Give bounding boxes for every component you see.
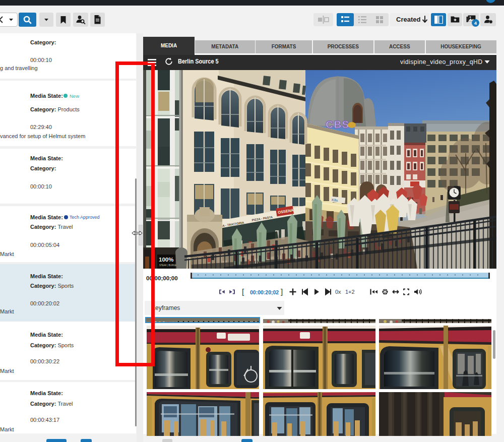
svg-text:STEAK | BURGER: STEAK | BURGER: [159, 264, 178, 267]
svg-text:0x: 0x: [335, 289, 341, 295]
svg-text:]: ]: [281, 287, 283, 296]
svg-text:100%: 100%: [159, 257, 173, 263]
svg-text:CBS: CBS: [326, 118, 349, 130]
svg-text:[: [: [242, 287, 244, 296]
svg-text:00:00:20;02: 00:00:20;02: [250, 289, 279, 295]
svg-text:K8s: K8s: [331, 198, 338, 202]
svg-text:1+2: 1+2: [345, 289, 355, 295]
